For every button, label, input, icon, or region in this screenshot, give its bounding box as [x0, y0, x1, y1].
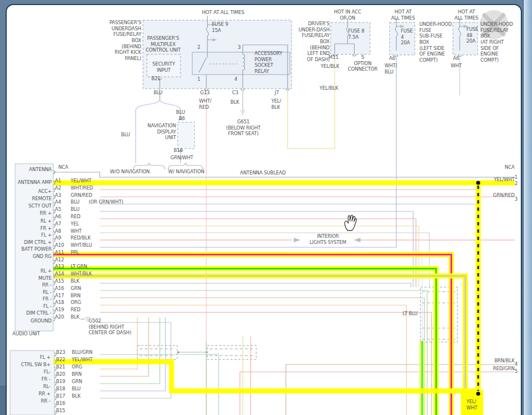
power-hot4-label: HOT AT ALL TIMES — [451, 9, 482, 21]
power-b21-label: B21 — [151, 76, 166, 82]
pin-A1: A1 — [55, 178, 70, 184]
amp-left-label-4: RL- — [8, 384, 50, 390]
pin-B22: B22 — [56, 357, 71, 363]
audio-left-label-4: SCTY OUT — [12, 203, 52, 209]
pin-B20-color: BRN — [72, 371, 105, 377]
audio-name-label: AUDIO UNIT — [12, 331, 46, 337]
nav-b16-label: B16 — [165, 147, 183, 154]
power-fuse4-label: FUSE 4 20A — [401, 28, 417, 46]
right_edge-n5-label: 5 — [515, 368, 521, 375]
connector-rungs — [140, 292, 456, 356]
pin-A18: A18 — [55, 299, 70, 306]
power-s_block-label: S OPTION CONNECTOR — [346, 54, 379, 72]
navigation-display-unit-box — [178, 122, 195, 149]
pin-B19-color: GRN — [72, 379, 105, 385]
pin-B17-color: BLK — [72, 393, 105, 399]
link-terminal — [177, 351, 179, 353]
pin-A17: A17 — [55, 293, 70, 299]
power-t4-label: 4 — [234, 76, 240, 82]
pin-A13-color: LT GRN — [71, 264, 104, 270]
audio-left-label-15: RL - — [12, 289, 52, 296]
audio-left-label-12: RL + — [12, 268, 52, 274]
pin-B16: B16 — [56, 400, 71, 407]
pin-A8: A8 — [55, 228, 70, 234]
power-t3-label: 3 — [238, 44, 243, 50]
nav-nca-label: NCA — [58, 164, 73, 170]
amp-left-label-5: RR + — [8, 391, 50, 397]
audio-left-label-17: FL - — [12, 303, 52, 310]
cursor-hand-icon — [342, 213, 359, 233]
power-t1-label: 1 — [197, 76, 203, 82]
power-pass_box-label: PASSENGER'S UNDERDASH FUSE/RELAY BOX (BE… — [99, 20, 141, 61]
pin-A14-color: WHT/BLK — [71, 271, 104, 277]
audio-left-label-2: ACC+ — [12, 188, 52, 195]
right_edge-nca-label: NCA — [492, 164, 515, 170]
amp-left-label-0: FL + — [8, 354, 50, 361]
audio-left-label-3: REMOTE — [12, 196, 52, 202]
pin-A4-note: (OR GRN/WHT) — [89, 199, 128, 205]
pin-A3: A3 — [55, 192, 70, 199]
right_edge-n2-label: 2 — [515, 181, 521, 187]
pin-A1-color: YEL/WHT — [71, 178, 104, 184]
pin-A6-color: RED — [71, 214, 104, 220]
a16-wire — [100, 290, 427, 415]
audio-left-label-11: GND RG — [12, 253, 52, 260]
power-g13-label: G13 — [200, 90, 212, 96]
power-c3-label: C3 — [232, 90, 242, 96]
pin-A11: A11 — [55, 250, 70, 256]
power-uh_box-label: UNDER-HOOD FUSE/RELAY BOX (AT RIGHT SIDE… — [480, 21, 520, 63]
audio-interior-label: INTERIOR LIGHTS SYSTEM — [304, 233, 351, 245]
nav-w-label: W/ NAVIGATION — [168, 169, 205, 175]
right_edge-redgrn-label: RED/GRN — [488, 366, 515, 372]
pin-A9-color: RED/BLK — [71, 235, 104, 241]
pin-A13: A13 — [55, 264, 70, 270]
power-sub_box-label: UNDER-HOOD FUSE SUB-FUSE BOX (LEFT SIDE … — [419, 21, 452, 63]
right_edge-n1-label: 1 — [515, 174, 521, 181]
power-j7_color-label: YEL/ BLK — [271, 98, 286, 110]
power-mux-label: PASSENGER'S MULTIPLEX CONTROL UNIT — [142, 35, 184, 53]
junction-dot — [476, 181, 480, 185]
power-hot3-label: HOT AT ALL TIMES — [388, 9, 418, 21]
pin-A10: A10 — [55, 242, 70, 248]
power-g13_color-label: WHT/ RED — [199, 98, 214, 110]
power-j7-label: J7 — [275, 90, 284, 96]
audio-left-label-9: DIM CTRL + — [12, 239, 52, 246]
amp-left-label-6: RR - — [8, 398, 50, 404]
power-yelblk_mid-label: YEL/BLK — [320, 85, 340, 91]
power-whtblu-label: WHT/ BLU — [385, 63, 400, 75]
pin-A2: A2 — [55, 185, 70, 191]
right_edge-yelwht_bottom-label: YEL/ WHT — [466, 399, 483, 411]
audio-left-label-10: BATT POWER — [12, 246, 52, 252]
audio-g502-label: G502 (BEHIND RIGHT CENTER OF DASH) — [89, 318, 140, 336]
pin-A10-color: WHT/BLU — [71, 242, 104, 248]
nav-blu_b6-label: BLU — [169, 109, 185, 116]
wiring-diagram-viewer: { "power": { "hot1": "HOT AT ALL TIMES",… — [0, 0, 532, 415]
nav-wo-label: W/O NAVIGATION — [110, 169, 156, 175]
pin-A5-color: BLU — [71, 206, 104, 213]
pin-B18-color: BLU — [72, 386, 105, 392]
pin-A3-color: GRN/RED — [71, 192, 104, 199]
pin-B22-color: YEL/WHT — [72, 357, 105, 363]
power-fuse8-label: FUSE 8 7.5A — [348, 28, 368, 40]
right_edge-n3-label: 3 — [515, 196, 521, 202]
amp-left-label-1: CTRL SW B+ — [8, 362, 50, 368]
pin-B23: B23 — [56, 349, 71, 356]
amp-left-label-3: FR - — [8, 376, 50, 382]
audio-left-label-18: DIM CTRL - — [12, 310, 52, 316]
pin-A15-color: BLK — [71, 278, 104, 284]
pin-B15: B15 — [56, 408, 71, 414]
power-hot1-label: HOT AT ALL TIMES — [185, 10, 261, 16]
pin-A7-color: YEL — [71, 221, 104, 227]
audio-left-label-5: RR + — [12, 210, 52, 216]
power-hot2-label: HOT IN ACC OR ON — [330, 9, 366, 21]
power-t2-label: 2 — [197, 44, 203, 50]
pin-A4: A4 — [55, 199, 70, 205]
power-relay-label: ACCESSORY POWER SOCKET RELAY — [255, 50, 289, 75]
right_edge-n4-label: 4 — [515, 361, 521, 367]
power-blu_b21-label: BLU — [154, 90, 168, 96]
pin-A20-color: BLK — [71, 314, 104, 320]
power-c3_color-label: BLK — [230, 99, 243, 105]
power-yelblk_m11-label: YEL/BLK — [321, 63, 341, 70]
amp-left-label-2: FL- — [8, 369, 50, 375]
nav-grnwht-label: GRN/WHT — [170, 155, 195, 161]
